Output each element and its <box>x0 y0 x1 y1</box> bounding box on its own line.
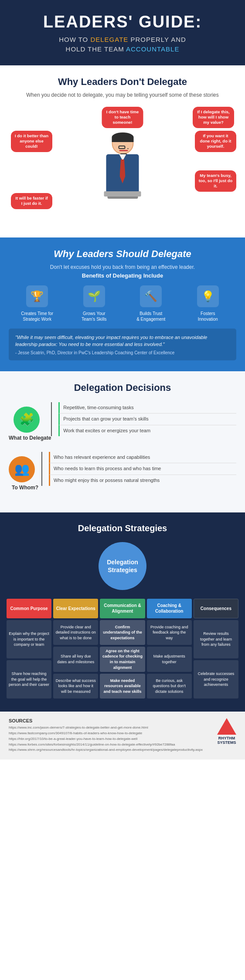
central-hub: DelegationStrategies <box>99 542 146 590</box>
common-purpose-card-1: Explain why the project is important to … <box>7 620 51 658</box>
subtitle-accountable: ACCOUNTABLE <box>126 45 179 53</box>
bubble-value: If I delegate this, how will I show my v… <box>193 107 234 128</box>
bubble-faster: It will be faster if I just do it. <box>11 193 52 209</box>
decisions-title: Delegation Decisions <box>9 382 236 393</box>
person-hair <box>112 132 133 142</box>
logo-triangle <box>217 718 236 735</box>
hub-container: DelegationStrategies Common Purpose Expl… <box>7 542 238 699</box>
source-2: https://www.fastcompany.com/3049107/8-ha… <box>9 731 203 736</box>
benefit-innovation: 💡 FostersInnovation <box>180 285 237 322</box>
person-laptop-base <box>107 197 138 199</box>
col-consequences-header: Consequences <box>194 599 238 618</box>
col-coaching-header: Coaching & Collaboration <box>147 599 192 618</box>
subtitle-delegate: DELEGATE <box>90 36 128 43</box>
col-common-purpose: Common Purpose Explain why the project i… <box>7 599 51 699</box>
page-subtitle: HOW TO DELEGATE PROPERLY ANDHOLD THE TEA… <box>9 35 236 54</box>
whom-icon: 👥 <box>9 456 35 482</box>
what-line-1: Repetitive, time-consuming tasks <box>58 402 236 414</box>
strategic-label: Creates Time forStrategic Work <box>11 311 64 322</box>
clear-exp-card-3: Describe what success looks like and how… <box>53 674 98 699</box>
benefits-row: 🏆 Creates Time forStrategic Work 🌱 Grows… <box>9 285 236 322</box>
what-icon-wrap: 🧩 What to Delegate <box>9 402 51 441</box>
bubble-teach: I don't have time to teach someone! <box>102 107 143 128</box>
col-communication: Communication & Alignment Confirm unders… <box>100 599 145 699</box>
should-delegate-section: Why Leaders Should Delegate Don't let ex… <box>0 237 245 371</box>
comm-card-2: Agree on the right cadence for checking … <box>100 647 145 671</box>
logo-text: RHYTHMSYSTEMS <box>217 736 236 745</box>
person-glasses <box>115 143 132 146</box>
bubble-right: If you want it done right, do it yoursel… <box>195 131 236 152</box>
should-delegate-subtitle: Don't let excuses hold you back from bei… <box>9 264 236 270</box>
person-head <box>112 132 133 154</box>
innovation-label: FostersInnovation <box>182 311 235 322</box>
comm-card-1: Confirm understanding of the expectation… <box>100 620 145 645</box>
common-purpose-card-2: Share how reaching the goal will help th… <box>7 660 51 699</box>
should-delegate-title: Why Leaders Should Delegate <box>9 248 236 260</box>
whom-icon-wrap: 👥 To Whom? <box>9 452 41 491</box>
quote-box: "While it may seem difficult, elevating … <box>9 329 236 360</box>
whom-line-1: Who has relevant experience and capabili… <box>49 452 236 463</box>
sources-section: SOURCES https://www.inc.com/jason-demers… <box>0 712 245 760</box>
innovation-icon: 💡 <box>197 285 219 307</box>
subtitle-how-to: HOW TO <box>59 36 90 43</box>
source-1: https://www.inc.com/jason-demers/7-strat… <box>9 725 203 731</box>
col-coaching: Coaching & Collaboration Provide coachin… <box>147 599 192 699</box>
what-to-delegate-group: 🧩 What to Delegate Repetitive, time-cons… <box>9 402 236 441</box>
col-consequences: Consequences Review results together and… <box>194 599 238 699</box>
consequences-card-2: Celebrate successes and recognize achiev… <box>194 660 238 699</box>
sources-list: https://www.inc.com/jason-demers/7-strat… <box>9 725 203 753</box>
what-label: What to Delegate <box>9 435 51 441</box>
coaching-card-3: Be curious, ask questions but don't dict… <box>147 674 192 699</box>
person-body <box>106 154 139 191</box>
bubble-better: I do it better than anyone else could! <box>11 131 52 152</box>
what-icon: 🧩 <box>14 407 40 433</box>
bubble-busy: My team's busy, too, so I'll just do it. <box>195 170 236 192</box>
strategy-columns: Common Purpose Explain why the project i… <box>7 599 238 699</box>
skills-icon: 🌱 <box>83 285 105 307</box>
coaching-card-1: Provide coaching and feedback along the … <box>147 620 192 645</box>
whom-lines: Who has relevant experience and capabili… <box>41 452 236 486</box>
trust-label: Builds Trust& Engagement <box>125 311 177 322</box>
header-section: LEADERS' GUIDE: HOW TO DELEGATE PROPERLY… <box>0 0 245 65</box>
benefits-label: Benefits of Delegating Include <box>9 272 236 279</box>
source-3: https://hbr.org/2017/10/to-be-a-great-le… <box>9 736 203 742</box>
logo-box: RHYTHMSYSTEMS <box>217 718 236 745</box>
delegation-decisions-section: Delegation Decisions 🧩 What to Delegate … <box>0 371 245 512</box>
person-tie <box>120 159 126 183</box>
clear-exp-card-1: Provide clear and detailed instructions … <box>53 620 98 645</box>
whom-line-2: Who needs to learn this process and who … <box>49 463 236 475</box>
no-delegate-subtitle: When you decide not to delegate, you may… <box>9 92 236 98</box>
person-figure <box>104 132 141 199</box>
source-4: https://www.forbes.com/sites/forbesinsig… <box>9 742 203 748</box>
person-laptop <box>104 191 141 197</box>
sources-content: SOURCES https://www.inc.com/jason-demers… <box>9 718 203 753</box>
what-lines: Repetitive, time-consuming tasks Project… <box>51 402 236 436</box>
strategies-section: Delegation Strategies DelegationStrategi… <box>0 512 245 712</box>
strategic-icon: 🏆 <box>26 285 48 307</box>
benefit-strategic: 🏆 Creates Time forStrategic Work <box>9 285 66 322</box>
person-container: I don't have time to teach someone! If I… <box>9 105 236 227</box>
what-line-3: Work that excites or energizes your team <box>58 425 236 436</box>
whom-label: To Whom? <box>12 485 38 491</box>
no-delegate-section: Why Leaders Don't Delegate When you deci… <box>0 65 245 237</box>
skills-label: Grows YourTeam's Skills <box>68 311 121 322</box>
source-5: https://www.shrm.org/resourcesandtools/h… <box>9 747 203 753</box>
coaching-card-2: Make adjustments together <box>147 647 192 671</box>
col-common-purpose-header: Common Purpose <box>7 599 51 618</box>
benefit-skills: 🌱 Grows YourTeam's Skills <box>66 285 123 322</box>
strategies-title: Delegation Strategies <box>7 523 238 533</box>
person-mouth <box>119 150 128 151</box>
to-whom-group: 👥 To Whom? Who has relevant experience a… <box>9 452 236 491</box>
page-title: LEADERS' GUIDE: <box>9 13 236 31</box>
col-clear-expectations: Clear Expectations Provide clear and det… <box>53 599 98 699</box>
clear-exp-card-2: Share all key due dates and milestones <box>53 647 98 671</box>
trust-icon: 🔨 <box>140 285 162 307</box>
comm-card-3: Make needed resources available and teac… <box>100 674 145 699</box>
no-delegate-title: Why Leaders Don't Delegate <box>9 76 236 88</box>
quote-author: - Jesse Scatrin, PhD, Director in PwC's … <box>15 350 230 355</box>
what-line-2: Projects that can grow your team's skill… <box>58 414 236 425</box>
col-clear-expectations-header: Clear Expectations <box>53 599 98 618</box>
quote-text: "While it may seem difficult, elevating … <box>15 334 230 348</box>
sources-title: SOURCES <box>9 718 203 723</box>
col-communication-header: Communication & Alignment <box>100 599 145 618</box>
